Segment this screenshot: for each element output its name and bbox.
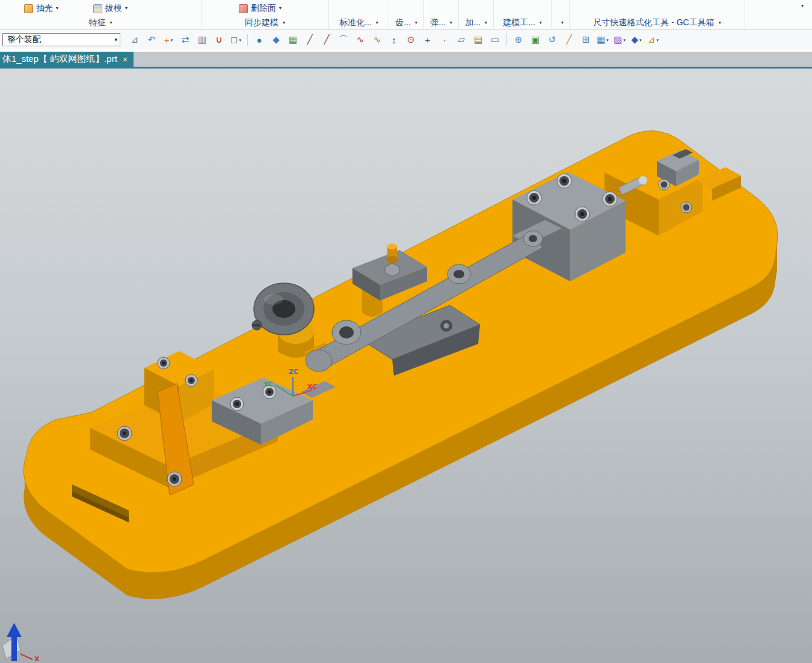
yc-axis-label: YC bbox=[263, 380, 273, 388]
notes-icon[interactable]: ▤ bbox=[470, 32, 487, 47]
sheet-icon[interactable]: ▭ bbox=[487, 32, 503, 47]
wcs-triad[interactable]: X bbox=[2, 623, 40, 663]
chevron-down-icon[interactable]: ▾ bbox=[56, 6, 58, 11]
chevron-down-icon[interactable]: ▾ bbox=[450, 20, 452, 25]
graphics-viewport[interactable]: YC ZC XC X bbox=[0, 69, 812, 663]
ribbon: 抽壳 ▾ 拔模 ▾ 特征 ▾ 删除面 ▾ bbox=[0, 0, 812, 30]
ribbon-group-title-machining[interactable]: 加... ▾ bbox=[460, 17, 492, 29]
delete-face-button-label: 删除面 bbox=[251, 3, 276, 14]
palette-icon[interactable]: ▨ ▾ bbox=[611, 32, 628, 47]
undo-icon[interactable]: ↶ bbox=[143, 32, 160, 47]
selection-scope-combo[interactable]: 整个装配 ▾ bbox=[2, 33, 120, 46]
shaded-view-icon[interactable]: ● bbox=[251, 32, 268, 47]
part-tab-bar: 体1_step【 屿双网图纸】.prt × bbox=[0, 52, 812, 69]
selection-scope-value: 整个装配 bbox=[7, 34, 41, 45]
delete-face-icon bbox=[239, 4, 248, 13]
chevron-down-icon[interactable]: ▾ bbox=[283, 20, 285, 25]
draft-icon bbox=[93, 4, 102, 13]
ribbon-group-standardize: 标准化... ▾ bbox=[329, 0, 389, 29]
delete-face-button[interactable]: 删除面 ▾ bbox=[239, 3, 281, 14]
ribbon-group-title-misc[interactable]: ▾ bbox=[553, 17, 568, 29]
magnet-tool-icon[interactable]: ∪ bbox=[211, 32, 227, 47]
draft-button-label: 拔模 bbox=[105, 3, 122, 14]
shell-icon bbox=[24, 4, 33, 13]
separator bbox=[506, 34, 507, 46]
curve-icon[interactable]: ∿ bbox=[352, 32, 369, 47]
x-axis-label: X bbox=[34, 655, 40, 663]
ribbon-group-gc-toolbox: 尺寸快速格式化工具 - GC工具箱 ▾ bbox=[570, 0, 745, 29]
separator bbox=[247, 34, 248, 46]
ribbon-group-title-gear[interactable]: 齿... ▾ bbox=[390, 17, 422, 29]
fixture-assembly-model[interactable]: YC ZC XC X bbox=[0, 69, 812, 663]
chevron-down-icon[interactable]: ▾ bbox=[540, 20, 542, 25]
toolbar-icon-strip: ⊿ ↶ + ▾ ⇄ ▥ ∪ ◻ ▾ ● bbox=[126, 32, 662, 47]
xc-axis-label: XC bbox=[307, 383, 317, 391]
chevron-down-icon[interactable]: ▾ bbox=[719, 20, 721, 25]
axis-icon[interactable]: ↕ bbox=[386, 32, 402, 47]
arc-icon[interactable]: ⌒ bbox=[335, 32, 352, 47]
shell-button[interactable]: 抽壳 ▾ bbox=[24, 3, 58, 14]
image-icon[interactable]: ▣ bbox=[527, 32, 544, 47]
orbit-icon[interactable]: ↺ bbox=[544, 32, 561, 47]
datum-plane-icon[interactable]: ▱ bbox=[453, 32, 470, 47]
ribbon-group-feature: 抽壳 ▾ 拔模 ▾ 特征 ▾ bbox=[0, 0, 201, 29]
chevron-down-icon[interactable]: ▾ bbox=[109, 20, 112, 25]
line-icon[interactable]: ╱ bbox=[301, 32, 318, 47]
chevron-down-icon[interactable]: ▾ bbox=[279, 6, 281, 11]
circle-icon[interactable]: ⊙ bbox=[402, 32, 419, 47]
move-object-icon[interactable]: ⇄ bbox=[177, 32, 194, 47]
top-toolbar: 整个装配 ▾ ⊿ ↶ + ▾ ⇄ ▥ ∪ ◻ ▾ bbox=[0, 30, 812, 49]
ribbon-group-modeling-tools: 建模工... ▾ bbox=[494, 0, 552, 29]
spline-icon[interactable]: ∿ bbox=[369, 32, 386, 47]
chevron-down-icon[interactable]: ▾ bbox=[376, 20, 378, 25]
shell-button-label: 抽壳 bbox=[36, 3, 53, 14]
nx-window: 抽壳 ▾ 拔模 ▾ 特征 ▾ 删除面 ▾ bbox=[0, 0, 812, 663]
crosshair-icon[interactable]: + bbox=[419, 32, 436, 47]
measure-icon[interactable]: ⊿ ▾ bbox=[645, 32, 662, 47]
part-tab[interactable]: 体1_step【 屿双网图纸】.prt × bbox=[0, 52, 134, 67]
ribbon-group-title-feature[interactable]: 特征 ▾ bbox=[1, 17, 200, 29]
close-icon[interactable]: × bbox=[123, 55, 128, 64]
part-gauge-icon[interactable]: ⊿ bbox=[126, 32, 143, 47]
copy-export-icon[interactable]: ⊞ bbox=[577, 32, 594, 47]
draft-button[interactable]: 拔模 ▾ bbox=[93, 3, 128, 14]
ribbon-group-gear: 齿... ▾ bbox=[389, 0, 424, 29]
part-tab-label: 体1_step【 屿双网图纸】.prt bbox=[2, 53, 117, 65]
chevron-down-icon[interactable]: ▾ bbox=[561, 20, 564, 25]
solid-cube-icon[interactable]: ◆ bbox=[268, 32, 285, 47]
point-icon[interactable]: ∙ bbox=[436, 32, 453, 47]
ribbon-group-title-modeling-tools[interactable]: 建模工... ▾ bbox=[495, 17, 550, 29]
chevron-down-icon[interactable]: ▾ bbox=[125, 6, 128, 11]
ribbon-group-spring: 弹... ▾ bbox=[424, 0, 459, 29]
paste-icon[interactable]: ▥ bbox=[194, 32, 211, 47]
marquee-select-icon[interactable]: ◻ ▾ bbox=[227, 32, 244, 47]
constraint-icon[interactable]: ⊕ bbox=[510, 32, 527, 47]
line-point-icon[interactable]: ╱ bbox=[318, 32, 335, 47]
grid-icon[interactable]: ▦ ▾ bbox=[594, 32, 611, 47]
sketch-icon[interactable]: ╱ bbox=[561, 32, 577, 47]
ribbon-group-synchronous: 删除面 ▾ 同步建模 ▾ bbox=[201, 0, 329, 29]
ribbon-overflow-caret[interactable]: ▾ bbox=[801, 4, 804, 8]
ribbon-group-title-spring[interactable]: 弹... ▾ bbox=[425, 17, 457, 29]
extend-body-icon[interactable]: + ▾ bbox=[160, 32, 177, 47]
ribbon-group-machining: 加... ▾ bbox=[459, 0, 494, 29]
view-cube-icon[interactable]: ◆ ▾ bbox=[628, 32, 645, 47]
chevron-down-icon[interactable]: ▾ bbox=[415, 20, 417, 25]
ribbon-group-title-standardize[interactable]: 标准化... ▾ bbox=[330, 17, 387, 29]
chevron-down-icon[interactable]: ▾ bbox=[485, 20, 487, 25]
zc-axis-label: ZC bbox=[289, 368, 298, 376]
ribbon-group-title-gc-toolbox[interactable]: 尺寸快速格式化工具 - GC工具箱 ▾ bbox=[571, 17, 743, 29]
ribbon-group-misc: ▾ bbox=[552, 0, 570, 29]
ribbon-group-title-synchronous[interactable]: 同步建模 ▾ bbox=[203, 17, 327, 29]
color-pattern-icon[interactable]: ▦ bbox=[285, 32, 301, 47]
chevron-down-icon[interactable]: ▾ bbox=[114, 37, 117, 43]
